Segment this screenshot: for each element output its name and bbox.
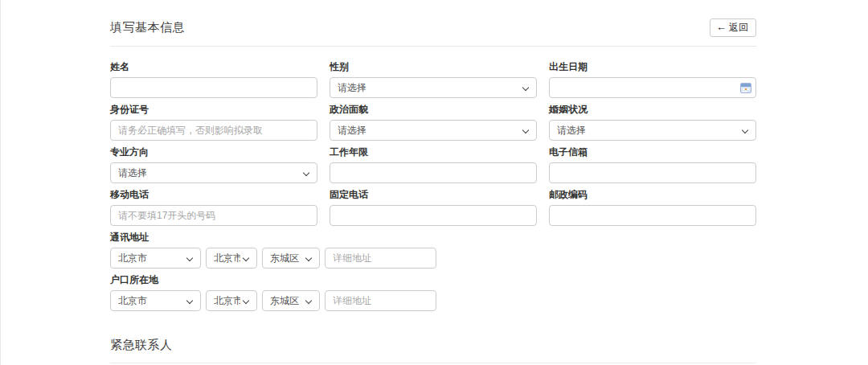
mobile-input[interactable] <box>110 205 317 226</box>
gender-select[interactable]: 请选择 <box>330 77 537 98</box>
field-political-status: 政治面貌 请选择 <box>330 104 537 141</box>
major-label: 专业方向 <box>110 146 317 158</box>
name-label: 姓名 <box>110 61 317 72</box>
email-input[interactable] <box>549 162 756 183</box>
chevron-down-icon <box>742 127 748 133</box>
household-province-select[interactable]: 北京市 <box>110 290 201 311</box>
political-status-label: 政治面貌 <box>330 104 537 115</box>
marital-status-label: 婚姻状况 <box>549 104 756 115</box>
name-input[interactable] <box>110 77 317 98</box>
field-birth-date: 出生日期 <box>549 61 756 98</box>
landline-input[interactable] <box>330 205 537 226</box>
chevron-down-icon <box>243 255 249 261</box>
political-status-select[interactable]: 请选择 <box>330 120 537 141</box>
household-district-select[interactable]: 东城区 <box>262 290 320 311</box>
field-gender: 性别 请选择 <box>330 61 537 98</box>
mailing-detail-input[interactable] <box>325 248 436 269</box>
chevron-down-icon <box>522 84 529 91</box>
mailing-district-value: 东城区 <box>270 252 299 265</box>
major-selected-value: 请选择 <box>118 166 147 180</box>
field-landline: 固定电话 <box>330 189 537 226</box>
major-select[interactable]: 请选择 <box>110 162 317 183</box>
section-divider <box>110 363 756 363</box>
household-detail-input[interactable] <box>325 290 436 311</box>
email-label: 电子信箱 <box>549 146 756 158</box>
marital-status-select[interactable]: 请选择 <box>549 120 756 141</box>
postal-code-input[interactable] <box>549 205 756 226</box>
back-arrow-icon: ← <box>716 23 727 32</box>
chevron-down-icon <box>186 297 193 304</box>
household-city-select[interactable]: 北京市 <box>206 290 257 311</box>
gender-label: 性别 <box>330 61 537 72</box>
field-household-address: 户口所在地 北京市 北京市 东城区 <box>110 274 756 311</box>
gender-selected-value: 请选择 <box>338 81 366 95</box>
id-number-input[interactable] <box>110 120 317 141</box>
household-province-value: 北京市 <box>118 294 147 308</box>
birth-date-input[interactable] <box>549 77 756 98</box>
mailing-district-select[interactable]: 东城区 <box>262 248 320 269</box>
chevron-down-icon <box>243 297 249 304</box>
field-email: 电子信箱 <box>549 146 756 183</box>
chevron-down-icon <box>305 255 312 261</box>
field-mobile: 移动电话 <box>110 189 317 226</box>
mailing-province-value: 北京市 <box>118 252 147 265</box>
calendar-icon[interactable] <box>740 82 751 92</box>
emergency-contact-title: 紧急联系人 <box>110 338 756 353</box>
mobile-label: 移动电话 <box>110 189 317 200</box>
marital-status-selected-value: 请选择 <box>557 124 586 137</box>
birth-date-label: 出生日期 <box>549 61 756 72</box>
field-work-years: 工作年限 <box>330 146 537 183</box>
postal-code-label: 邮政编码 <box>549 189 756 200</box>
chevron-down-icon <box>186 255 193 261</box>
work-years-input[interactable] <box>330 162 537 183</box>
political-status-selected-value: 请选择 <box>338 124 366 137</box>
header-divider <box>110 46 756 47</box>
field-marital-status: 婚姻状况 请选择 <box>549 104 756 141</box>
field-name: 姓名 <box>110 61 317 98</box>
chevron-down-icon <box>522 127 529 133</box>
basic-info-panel: 填写基本信息 ← 返回 姓名 性别 请选择 出生日期 <box>110 0 756 363</box>
page-header: 填写基本信息 ← 返回 <box>110 17 756 38</box>
basic-info-form: 姓名 性别 请选择 出生日期 <box>110 61 756 226</box>
household-city-value: 北京市 <box>214 294 240 308</box>
work-years-label: 工作年限 <box>330 146 537 158</box>
mailing-address-label: 通讯地址 <box>110 232 756 243</box>
chevron-down-icon <box>305 297 312 304</box>
landline-label: 固定电话 <box>330 189 537 200</box>
back-button[interactable]: ← 返回 <box>710 18 756 37</box>
field-postal-code: 邮政编码 <box>549 189 756 226</box>
household-address-label: 户口所在地 <box>110 274 756 285</box>
id-number-label: 身份证号 <box>110 104 317 115</box>
page-title: 填写基本信息 <box>110 20 185 35</box>
emergency-contact-section: 紧急联系人 <box>110 338 756 363</box>
chevron-down-icon <box>303 170 309 176</box>
field-mailing-address: 通讯地址 北京市 北京市 东城区 <box>110 232 756 269</box>
household-district-value: 东城区 <box>270 294 299 308</box>
mailing-city-value: 北京市 <box>214 252 240 265</box>
mailing-city-select[interactable]: 北京市 <box>206 248 257 269</box>
back-button-label: 返回 <box>729 22 748 33</box>
mailing-province-select[interactable]: 北京市 <box>110 248 201 269</box>
field-id-number: 身份证号 <box>110 104 317 141</box>
field-major: 专业方向 请选择 <box>110 146 317 183</box>
